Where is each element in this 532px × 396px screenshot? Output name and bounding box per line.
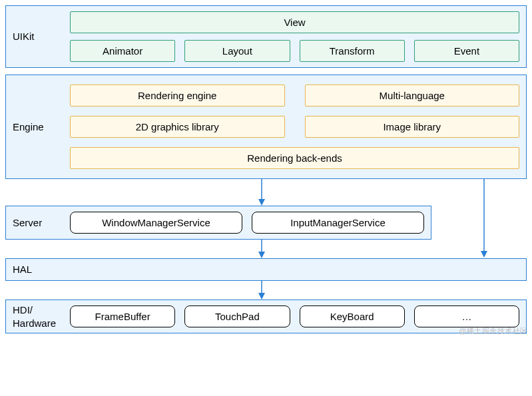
layer-server-label: Server	[6, 216, 67, 230]
layer-server-content: WindowManagerService InputManagerService	[67, 206, 431, 239]
box-image-library: Image library	[305, 116, 520, 138]
box-rendering-engine: Rendering engine	[70, 85, 285, 106]
layer-hal-content	[67, 267, 526, 272]
layer-hal-label: HAL	[6, 263, 67, 276]
layer-engine-content: Rendering engine Multi-language 2D graph…	[67, 75, 526, 178]
arrow-hal-to-hdi	[257, 281, 266, 299]
box-keyboard: KeyBoard	[300, 305, 405, 327]
box-window-manager: WindowManagerService	[70, 212, 242, 234]
layer-uikit-label: UIKit	[6, 30, 67, 43]
box-touchpad: TouchPad	[184, 305, 290, 327]
layer-uikit: UIKit View Animator Layout Transform Eve…	[5, 5, 527, 68]
arrow-server-down	[5, 240, 527, 258]
box-animator: Animator	[70, 40, 175, 62]
box-event: Event	[414, 40, 519, 62]
layer-hdi: HDI/ Hardware FrameBuffer TouchPad KeyBo…	[5, 299, 527, 333]
layer-hdi-label: HDI/ Hardware	[6, 303, 67, 329]
arrow-engine-down	[5, 179, 527, 206]
box-2d-graphics: 2D graphics library	[70, 116, 285, 138]
box-input-manager: InputManagerService	[252, 212, 424, 234]
svg-marker-5	[258, 252, 265, 258]
svg-marker-1	[258, 199, 265, 206]
layer-engine: Engine Rendering engine Multi-language 2…	[5, 75, 527, 179]
layer-uikit-content: View Animator Layout Transform Event	[67, 6, 526, 67]
box-more: …	[414, 305, 519, 327]
arrow-server-to-hal	[257, 240, 266, 258]
box-rendering-backends: Rendering back-ends	[70, 147, 519, 169]
box-layout: Layout	[184, 40, 290, 62]
box-framebuffer: FrameBuffer	[70, 305, 175, 327]
arrow-hal-down	[5, 281, 527, 299]
svg-marker-7	[258, 293, 265, 299]
box-transform: Transform	[300, 40, 405, 62]
watermark: @稀土掘金技术社区	[459, 326, 528, 336]
box-multi-language: Multi-language	[305, 85, 520, 106]
box-view: View	[70, 11, 519, 33]
layer-engine-label: Engine	[6, 120, 67, 134]
layer-hal: HAL	[5, 258, 527, 281]
layer-server: Server WindowManagerService InputManager…	[5, 206, 431, 240]
arrow-engine-to-server	[257, 179, 266, 206]
layer-hdi-content: FrameBuffer TouchPad KeyBoard …	[67, 300, 526, 333]
